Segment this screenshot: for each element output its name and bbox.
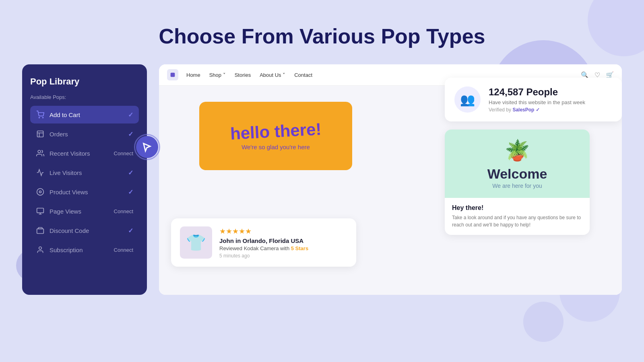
- svg-rect-2: [37, 131, 43, 137]
- browser-logo: [167, 69, 178, 80]
- svg-rect-6: [37, 208, 44, 213]
- review-content: ★★★★★ John in Orlando, Florida USA Revie…: [219, 227, 308, 259]
- welcome-message: Take a look around and if you have any q…: [452, 214, 582, 228]
- browser-nav-links: Home Shop ˅ Stories About Us ˅ Contact: [186, 72, 573, 78]
- svg-point-4: [37, 189, 44, 195]
- check-icon: ✓: [128, 227, 133, 234]
- visitors-info: 124,587 People Have visited this website…: [489, 86, 585, 113]
- check-icon: ✓: [128, 188, 133, 196]
- orders-icon: [36, 130, 45, 138]
- visitors-people-icon: 👥: [460, 93, 475, 107]
- sidebar-item-recent-visitors[interactable]: Recent Visitors Connect: [30, 144, 139, 162]
- svg-rect-7: [37, 229, 44, 234]
- product-views-icon: [36, 187, 45, 196]
- sidebar-item-label: Page Views: [50, 208, 114, 215]
- verified-brand: SalesPop ✓: [512, 107, 539, 113]
- sidebar-item-page-views[interactable]: Page Views Connect: [30, 202, 139, 220]
- page-views-icon: [36, 207, 45, 216]
- visitors-icon-wrap: 👥: [454, 86, 481, 113]
- svg-point-1: [43, 117, 43, 118]
- nav-link-contact[interactable]: Contact: [294, 72, 312, 78]
- review-highlight: 5 Stars: [291, 245, 308, 251]
- visitors-icon: [36, 149, 45, 158]
- main-content: Pop Library Available Pops: Add to Cart …: [0, 64, 644, 295]
- cart-icon: [36, 110, 45, 119]
- sidebar-item-label: Product Views: [50, 189, 128, 195]
- sidebar-item-discount-code[interactable]: Discount Code ✓: [30, 222, 139, 239]
- nav-link-home[interactable]: Home: [186, 72, 200, 78]
- subscription-icon: [36, 245, 45, 254]
- pop-library-sidebar: Pop Library Available Pops: Add to Cart …: [22, 64, 147, 295]
- sidebar-item-label: Subscription: [50, 247, 114, 253]
- sidebar-item-label: Discount Code: [50, 227, 128, 234]
- browser-body: hello there! We're so glad you're here 👕…: [159, 86, 622, 295]
- check-icon: ✓: [128, 130, 133, 138]
- live-visitors-icon: [36, 168, 45, 177]
- sidebar-item-product-views[interactable]: Product Views ✓: [30, 183, 139, 201]
- welcome-title: Welcome: [487, 166, 547, 182]
- available-pops-label: Available Pops:: [30, 94, 139, 100]
- sidebar-item-label: Recent Visitors: [50, 150, 114, 157]
- review-product-image: 👕: [180, 226, 212, 259]
- check-icon: ✓: [128, 169, 133, 177]
- hello-title: hello there!: [230, 119, 322, 144]
- connect-label: Connect: [114, 247, 133, 253]
- welcome-card-top: 🪴 Welcome We are here for you: [445, 130, 590, 198]
- hello-card: hello there! We're so glad you're here: [199, 102, 352, 170]
- verified-prefix: Verified by: [489, 107, 511, 113]
- welcome-subtitle: We are here for you: [492, 183, 542, 189]
- sidebar-item-label: Orders: [50, 131, 128, 138]
- welcome-greeting: Hey there!: [452, 204, 582, 212]
- sidebar-item-label: Add to Cart: [50, 111, 128, 118]
- review-text-static: Reviewed Kodak Camera with: [219, 245, 289, 251]
- star-rating: ★★★★★: [219, 227, 308, 236]
- visitors-count: 124,587 People: [489, 86, 585, 98]
- nav-link-stories[interactable]: Stories: [235, 72, 251, 78]
- discount-icon: [36, 226, 45, 235]
- visitors-card: 👥 124,587 People Have visited this websi…: [445, 78, 622, 121]
- review-author: John in Orlando, Florida USA: [219, 237, 308, 244]
- browser-mockup: Home Shop ˅ Stories About Us ˅ Contact 🔍…: [159, 64, 622, 295]
- review-text: Reviewed Kodak Camera with 5 Stars: [219, 245, 308, 251]
- welcome-card-bottom: Hey there! Take a look around and if you…: [445, 198, 590, 235]
- nav-link-about[interactable]: About Us ˅: [260, 72, 285, 78]
- sidebar-title: Pop Library: [30, 76, 139, 87]
- bg-decoration-circle-6: [523, 302, 564, 342]
- sidebar-item-subscription[interactable]: Subscription Connect: [30, 241, 139, 259]
- check-icon: ✓: [128, 111, 133, 119]
- review-card: 👕 ★★★★★ John in Orlando, Florida USA Rev…: [171, 218, 356, 267]
- svg-point-8: [39, 247, 42, 250]
- visitors-desc: Have visited this website in the past we…: [489, 99, 585, 105]
- sidebar-item-orders[interactable]: Orders ✓: [30, 125, 139, 143]
- connect-label: Connect: [114, 208, 133, 214]
- hello-subtitle: We're so glad you're here: [242, 144, 310, 150]
- welcome-card: 🪴 Welcome We are here for you Hey there!…: [445, 130, 590, 235]
- floating-cards: 👥 124,587 People Have visited this websi…: [445, 78, 622, 235]
- svg-rect-9: [171, 73, 175, 77]
- click-indicator: [136, 136, 158, 158]
- plant-icon: 🪴: [505, 139, 530, 162]
- page-heading: Choose From Various Pop Types: [0, 0, 644, 64]
- connect-label: Connect: [114, 150, 133, 156]
- svg-point-3: [38, 150, 41, 153]
- svg-point-5: [39, 191, 41, 193]
- review-time: 5 minutes ago: [219, 253, 308, 259]
- visitors-verified: Verified by SalesPop ✓: [489, 107, 585, 113]
- sidebar-item-label: Live Visitors: [50, 169, 128, 176]
- nav-link-shop[interactable]: Shop ˅: [209, 72, 226, 78]
- svg-point-0: [39, 117, 40, 118]
- sidebar-item-add-to-cart[interactable]: Add to Cart ✓: [30, 106, 139, 123]
- sidebar-item-live-visitors[interactable]: Live Visitors ✓: [30, 164, 139, 181]
